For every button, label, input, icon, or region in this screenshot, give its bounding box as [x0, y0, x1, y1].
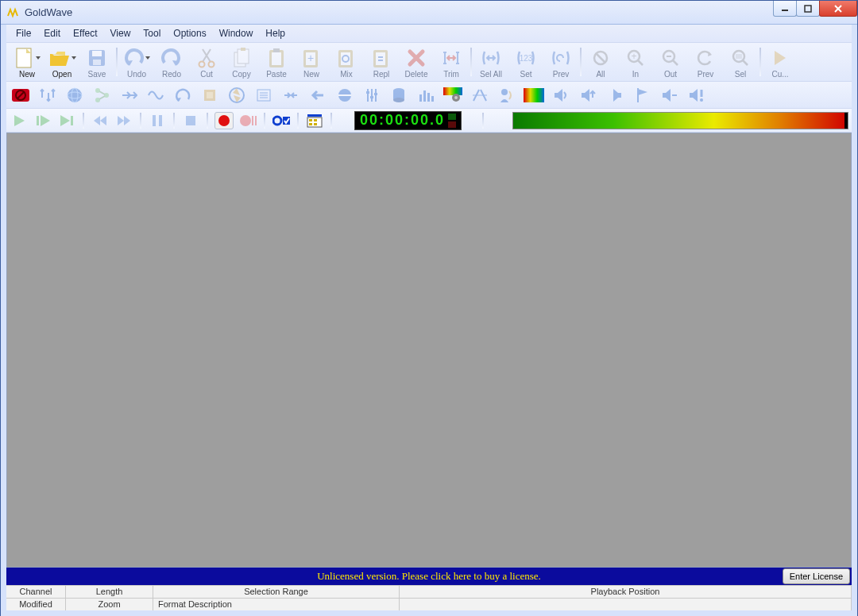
status-length: Length [66, 586, 153, 598]
undo-curve-icon[interactable] [172, 84, 194, 106]
rewind-button[interactable] [91, 112, 110, 129]
branch-icon[interactable] [91, 84, 113, 106]
svg-rect-24 [373, 50, 388, 67]
transport-toolbar: 00:00:00.0 [6, 109, 852, 133]
menu-options[interactable]: Options [167, 26, 212, 40]
license-bar[interactable]: Unlicensed version. Please click here to… [6, 568, 852, 585]
close-button[interactable] [819, 1, 857, 17]
toolbar-cut-button[interactable]: Cut [189, 43, 224, 81]
toolbar-delete-button[interactable]: Delete [399, 43, 434, 81]
speaker-up-icon[interactable] [577, 84, 599, 106]
license-text[interactable]: Unlicensed version. Please click here to… [6, 570, 852, 583]
svg-rect-81 [153, 115, 156, 126]
status-format: Format Description [153, 599, 400, 610]
spectrum-icon[interactable] [523, 84, 545, 106]
toolbar-paste-button[interactable]: Paste [259, 43, 294, 81]
toolbar-copy-button[interactable]: Copy [224, 43, 259, 81]
svg-point-49 [230, 88, 244, 102]
toolbar-all-button[interactable]: All [583, 43, 618, 81]
wave-icon[interactable] [145, 84, 167, 106]
speaker-icon[interactable] [550, 84, 572, 106]
double-arrow-right-icon[interactable] [118, 84, 140, 106]
main-toolbar: NewOpenSaveUndoRedoCutCopyPaste+NewMixRe… [6, 42, 852, 82]
toolbar-out-button[interactable]: Out [653, 43, 688, 81]
menu-file[interactable]: File [10, 26, 37, 40]
compress-h-icon[interactable] [280, 84, 302, 106]
speaker-minus-icon[interactable] [658, 84, 680, 106]
timer-display: 00:00:00.0 [354, 111, 462, 130]
ball-h-icon[interactable] [334, 84, 356, 106]
toolbar-sel-button[interactable]: Sel [723, 43, 758, 81]
toolbar-mix-button[interactable]: Mix [329, 43, 364, 81]
toolbar-new2-button[interactable]: +New [294, 43, 329, 81]
maximize-button[interactable] [796, 1, 820, 17]
flag-icon[interactable] [631, 84, 653, 106]
svg-text:123: 123 [520, 54, 533, 63]
voice-icon[interactable] [496, 84, 518, 106]
svg-rect-93 [314, 119, 317, 121]
equalizer-icon[interactable] [361, 84, 383, 106]
forbidden-icon[interactable] [10, 84, 32, 106]
svg-rect-87 [255, 116, 257, 125]
record-button[interactable] [214, 112, 234, 129]
toolbar-prev2-button[interactable]: Prev [688, 43, 723, 81]
svg-point-85 [240, 115, 251, 126]
toolbar-in-button[interactable]: +In [618, 43, 653, 81]
checklist-icon[interactable] [253, 84, 275, 106]
play-start-button[interactable] [33, 112, 52, 129]
toolbar-selall-button[interactable]: Sel All [473, 43, 508, 81]
svg-rect-22 [341, 52, 350, 65]
spectrum-settings-icon[interactable] [442, 84, 464, 106]
arrow-left-icon[interactable] [307, 84, 329, 106]
svg-rect-60 [370, 96, 373, 98]
bars-icon[interactable] [415, 84, 437, 106]
toolbar-repl-button[interactable]: Repl [364, 43, 399, 81]
svg-rect-21 [338, 50, 353, 67]
swap-channels-icon[interactable] [37, 84, 59, 106]
play-button[interactable] [10, 112, 29, 129]
block-icon[interactable] [199, 84, 221, 106]
svg-rect-66 [423, 90, 426, 102]
menu-edit[interactable]: Edit [37, 26, 67, 40]
toolbar-redo-button[interactable]: Redo [154, 43, 189, 81]
toolbar-save-button[interactable]: Save [79, 43, 114, 81]
toolbar-cue-button[interactable]: Cu... [763, 43, 798, 81]
svg-rect-79 [37, 116, 39, 125]
svg-rect-94 [309, 123, 312, 125]
toolbar-set-button[interactable]: 123Set [508, 43, 543, 81]
speaker-alert-icon[interactable] [685, 84, 707, 106]
toolbar-undo-button[interactable]: Undo [119, 43, 154, 81]
speaker-left-icon[interactable] [604, 84, 626, 106]
record-pause-button[interactable] [238, 112, 257, 129]
menu-view[interactable]: View [104, 26, 137, 40]
svg-rect-19 [306, 52, 315, 65]
minimize-button[interactable] [773, 1, 797, 17]
menu-tool[interactable]: Tool [137, 26, 167, 40]
forward-button[interactable] [114, 112, 133, 129]
pause-button[interactable] [148, 112, 167, 129]
menu-window[interactable]: Window [213, 26, 260, 40]
enter-license-button[interactable]: Enter License [783, 568, 850, 584]
stop-button[interactable] [181, 112, 200, 129]
toolbar-trim-button[interactable]: Trim [434, 43, 469, 81]
cylinder-icon[interactable] [388, 84, 410, 106]
properties-button[interactable] [305, 112, 324, 129]
menu-help[interactable]: Help [259, 26, 292, 40]
svg-rect-69 [443, 87, 462, 95]
svg-point-29 [628, 51, 640, 62]
loop-toggle-icon[interactable] [272, 112, 291, 129]
svg-rect-16 [272, 52, 281, 65]
play-end-button[interactable] [57, 112, 76, 129]
toolbar-new-button[interactable]: New [10, 43, 44, 81]
toolbar-prev-button[interactable]: Prev [543, 43, 578, 81]
shutter-icon[interactable] [226, 84, 248, 106]
svg-rect-18 [303, 50, 318, 67]
menu-effect[interactable]: Effect [67, 26, 103, 40]
status-row-2: Modified Zoom Format Description [6, 598, 852, 610]
toolbar-open-button[interactable]: Open [44, 43, 79, 81]
crossfade-icon[interactable] [469, 84, 491, 106]
svg-rect-65 [419, 94, 422, 102]
title-bar: GoldWave [1, 1, 857, 25]
globe-icon[interactable] [64, 84, 86, 106]
status-empty [400, 599, 852, 610]
